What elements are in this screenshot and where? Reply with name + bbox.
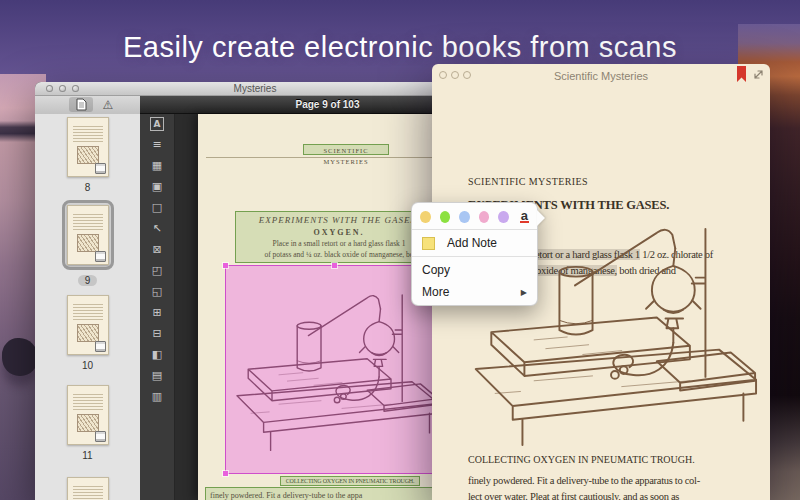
- menu-item-label: More: [422, 285, 521, 299]
- more-menu-item[interactable]: More ▶: [412, 281, 537, 303]
- ocr-badge-icon: [95, 251, 106, 262]
- page-thumbnail-sidebar[interactable]: 8 9 10 11: [35, 114, 141, 500]
- add-note-menu-item[interactable]: Add Note: [412, 232, 537, 254]
- menu-item-label: Copy: [422, 263, 527, 277]
- copy-menu-item[interactable]: Copy: [412, 259, 537, 281]
- merge-region-tool[interactable]: ▥: [150, 390, 164, 404]
- empty-region-tool[interactable]: □: [150, 201, 164, 215]
- thumbnail-row: 8: [35, 117, 140, 193]
- highlight-purple-swatch[interactable]: [498, 211, 509, 223]
- thumbnail-label: 10: [82, 360, 93, 371]
- scan-window: Mysteries ⚠ Page 9 of 103 8 9: [35, 82, 475, 500]
- book-figure-caption: COLLECTING OXYGEN IN PNEUMATIC TROUGH.: [468, 454, 695, 465]
- submenu-chevron-icon: ▶: [521, 288, 527, 297]
- warnings-toolbar-button[interactable]: ⚠: [96, 97, 120, 112]
- scanned-page[interactable]: SCIENTIFIC MYSTERIES EXPERIMENTS WITH TH…: [198, 114, 470, 500]
- highlight-green-swatch[interactable]: [440, 211, 451, 223]
- note-icon: [422, 237, 435, 250]
- scanned-page-canvas[interactable]: SCIENTIFIC MYSTERIES EXPERIMENTS WITH TH…: [175, 114, 475, 500]
- thumbnail-label: 11: [82, 450, 92, 461]
- thumbnail-page-8[interactable]: [67, 117, 109, 177]
- warning-icon: ⚠: [103, 99, 114, 111]
- thumbnail-label: 8: [85, 182, 91, 193]
- menu-item-label: Add Note: [447, 236, 527, 250]
- delete-region-tool[interactable]: ⊠: [150, 243, 164, 257]
- thumbnail-row: [35, 477, 140, 500]
- book-paragraph-line: finely powdered. Fit a delivery-tube to …: [468, 475, 700, 486]
- thumbnail-page-12[interactable]: [67, 477, 109, 500]
- page-rule: [206, 157, 464, 158]
- thumbnail-row: 9: [35, 200, 140, 286]
- book-paragraph-line: lect over water. Pleat at first cautious…: [468, 491, 679, 500]
- image-region-tool[interactable]: ▦: [150, 159, 164, 173]
- thumbnail-row: 11: [35, 385, 140, 461]
- thumbnail-page-10[interactable]: [67, 295, 109, 355]
- highlight-color-row: a: [412, 203, 537, 229]
- book-running-header: SCIENTIFIC MYSTERIES: [468, 176, 588, 187]
- popover-arrow: [537, 210, 545, 226]
- insert-row-tool[interactable]: ⊞: [150, 306, 164, 320]
- text-region-tool[interactable]: A: [150, 117, 164, 131]
- bring-forward-tool[interactable]: ◰: [150, 264, 164, 278]
- fullscreen-expand-icon[interactable]: [753, 69, 764, 80]
- ocr-badge-icon: [95, 431, 106, 442]
- apparatus-illustration: [230, 288, 440, 456]
- document-icon: [76, 98, 87, 111]
- page-indicator: Page 9 of 103: [140, 96, 475, 114]
- thumbnail-page-9-selected[interactable]: [62, 200, 114, 270]
- scan-window-title: Mysteries: [35, 83, 475, 94]
- detected-caption-region[interactable]: COLLECTING OXYGEN IN PNEUMATIC TROUGH.: [280, 476, 420, 486]
- resize-handle-bottom-left[interactable]: [223, 471, 228, 476]
- ocr-badge-icon: [95, 163, 106, 174]
- resize-handle-top-center[interactable]: [332, 263, 337, 268]
- highlight-pink-swatch[interactable]: [479, 211, 490, 223]
- thumbnail-row: 10: [35, 295, 140, 371]
- highlight-context-menu: a Add Note Copy More ▶: [411, 202, 538, 306]
- text-image-region-tool[interactable]: ▣: [150, 180, 164, 194]
- select-tool[interactable]: ↖: [150, 222, 164, 236]
- highlight-blue-swatch[interactable]: [459, 211, 470, 223]
- scan-window-toolbar: ⚠: [35, 96, 140, 115]
- book-window-title: Scientific Mysteries: [432, 70, 770, 82]
- ocr-badge-icon: [95, 341, 106, 352]
- thumbnail-label: 9: [78, 275, 98, 286]
- insert-column-tool[interactable]: ⊟: [150, 327, 164, 341]
- detected-header-region[interactable]: SCIENTIFIC MYSTERIES: [303, 144, 389, 155]
- pages-toolbar-button[interactable]: [69, 97, 93, 112]
- thumbnail-page-11[interactable]: [67, 385, 109, 445]
- scan-window-titlebar[interactable]: Mysteries: [35, 82, 475, 96]
- detected-text-region[interactable]: finely powdered. Fit a delivery-tube to …: [205, 487, 443, 500]
- split-region-tool[interactable]: ◧: [150, 348, 164, 362]
- crop-region-tool[interactable]: ▤: [150, 369, 164, 383]
- resize-handle-top-left[interactable]: [223, 263, 228, 268]
- paragraph-region-tool[interactable]: ≡: [150, 138, 164, 152]
- highlight-yellow-swatch[interactable]: [420, 211, 431, 223]
- send-backward-tool[interactable]: ◱: [150, 285, 164, 299]
- region-tool-palette: A ≡ ▦ ▣ □ ↖ ⊠ ◰ ◱ ⊞ ⊟ ◧ ▤ ▥: [140, 114, 175, 500]
- hero-headline: Easily create electronic books from scan…: [0, 31, 800, 64]
- remove-highlight-button[interactable]: a: [520, 210, 529, 223]
